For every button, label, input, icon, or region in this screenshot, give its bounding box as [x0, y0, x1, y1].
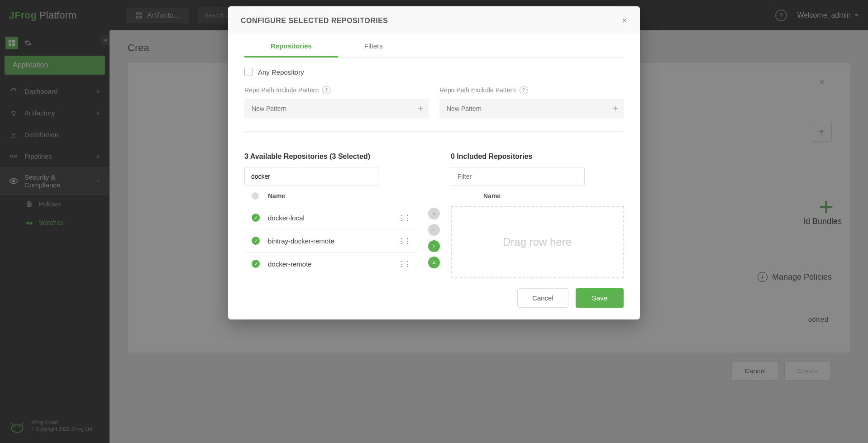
tab-repositories[interactable]: Repositories: [244, 34, 338, 57]
modal-tabs: Repositories Filters: [244, 34, 624, 58]
available-title: 3 Available Repositories (3 Selected): [244, 152, 417, 161]
add-include-icon[interactable]: +: [418, 104, 423, 114]
any-repo-row: Any Repository: [244, 58, 624, 86]
included-filter-input[interactable]: [451, 167, 585, 186]
select-all-checkbox[interactable]: [252, 192, 259, 200]
row-checkbox[interactable]: [252, 237, 260, 245]
row-checkbox[interactable]: [252, 260, 260, 268]
move-right-button[interactable]: ›: [428, 240, 440, 252]
table-row[interactable]: docker-remote ⋮⋮: [244, 252, 417, 275]
row-checkbox[interactable]: [252, 214, 260, 222]
modal-overlay: CONFIGURE SELECTED REPOSITORIES × Reposi…: [0, 0, 868, 443]
table-row[interactable]: docker-local ⋮⋮: [244, 206, 417, 229]
move-all-right-button[interactable]: »: [428, 257, 440, 268]
modal-body: Repositories Filters Any Repository Repo…: [228, 34, 640, 278]
help-icon[interactable]: ?: [322, 86, 330, 94]
available-table-head: Name: [244, 186, 417, 206]
configure-repos-modal: CONFIGURE SELECTED REPOSITORIES × Reposi…: [228, 6, 640, 319]
col-name-label: Name: [483, 192, 501, 200]
include-pattern-label: Repo Path Include Pattern ?: [244, 86, 429, 94]
include-pattern-col: Repo Path Include Pattern ? +: [244, 86, 429, 119]
drag-handle-icon[interactable]: ⋮⋮: [398, 260, 410, 268]
drag-handle-icon[interactable]: ⋮⋮: [398, 214, 410, 222]
exclude-pattern-input[interactable]: [445, 99, 613, 119]
available-table-body: docker-local ⋮⋮ bintray-docker-remote ⋮⋮…: [244, 206, 417, 275]
modal-header: CONFIGURE SELECTED REPOSITORIES ×: [228, 6, 640, 34]
drag-handle-icon[interactable]: ⋮⋮: [398, 237, 410, 245]
included-title: 0 Included Repositories: [451, 152, 624, 161]
transfer-arrows: « ‹ › »: [428, 152, 440, 278]
any-repo-checkbox[interactable]: [244, 68, 253, 76]
modal-footer: Cancel Save: [228, 278, 640, 319]
exclude-input-wrap: +: [439, 99, 624, 119]
table-row[interactable]: bintray-docker-remote ⋮⋮: [244, 229, 417, 252]
tab-filters[interactable]: Filters: [338, 34, 409, 57]
exclude-pattern-label: Repo Path Exclude Pattern ?: [439, 86, 624, 94]
row-name: docker-remote: [268, 260, 398, 268]
pattern-row: Repo Path Include Pattern ? + Repo Path …: [244, 86, 624, 132]
dual-list-section: 3 Available Repositories (3 Selected) Na…: [244, 132, 624, 278]
exclude-label-text: Repo Path Exclude Pattern: [439, 86, 516, 94]
row-name: docker-local: [268, 214, 398, 222]
move-left-button[interactable]: ‹: [428, 224, 440, 236]
available-filter-input[interactable]: [244, 167, 378, 186]
modal-cancel-button[interactable]: Cancel: [517, 288, 568, 308]
include-input-wrap: +: [244, 99, 429, 119]
include-label-text: Repo Path Include Pattern: [244, 86, 319, 94]
help-icon[interactable]: ?: [520, 86, 528, 94]
exclude-pattern-col: Repo Path Exclude Pattern ? +: [439, 86, 624, 119]
any-repo-label: Any Repository: [258, 68, 304, 76]
included-table-head: Name: [451, 186, 624, 206]
row-name: bintray-docker-remote: [268, 237, 398, 245]
available-col: 3 Available Repositories (3 Selected) Na…: [244, 152, 417, 278]
drop-zone[interactable]: Drag row here: [451, 206, 624, 278]
modal-close-button[interactable]: ×: [622, 15, 627, 26]
modal-save-button[interactable]: Save: [576, 288, 624, 308]
add-exclude-icon[interactable]: +: [613, 104, 618, 114]
modal-title: CONFIGURE SELECTED REPOSITORIES: [241, 17, 388, 25]
include-pattern-input[interactable]: [250, 99, 418, 119]
col-name-label: Name: [268, 192, 285, 200]
move-all-left-button[interactable]: «: [428, 208, 440, 219]
included-col: 0 Included Repositories Name Drag row he…: [451, 152, 624, 278]
